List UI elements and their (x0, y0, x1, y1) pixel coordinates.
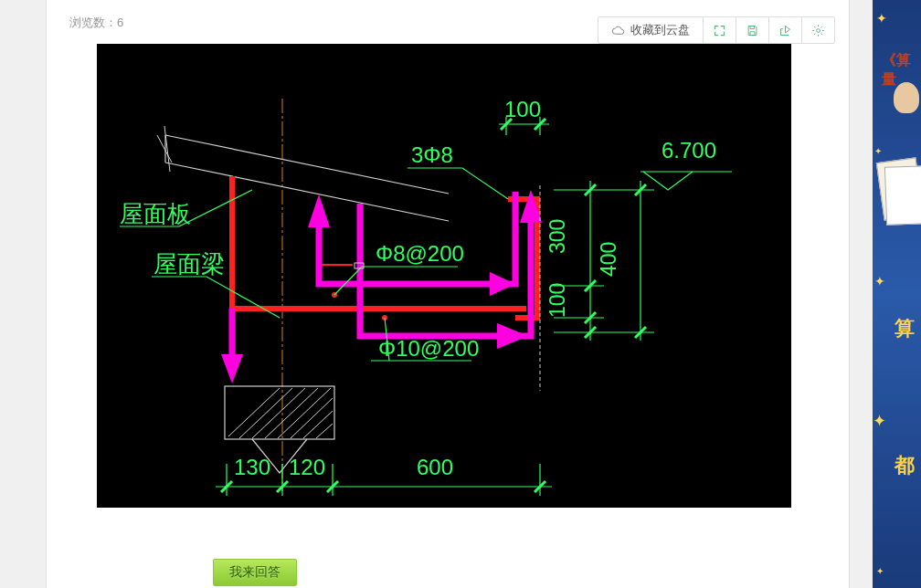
dim-400: 400 (597, 242, 620, 277)
svg-marker-14 (497, 323, 528, 349)
rebar2-label: Φ8@200 (376, 241, 464, 266)
svg-line-20 (265, 388, 318, 438)
svg-line-28 (206, 277, 280, 318)
star-icon: ✦ (873, 411, 886, 431)
svg-line-19 (252, 388, 305, 438)
svg-line-22 (291, 398, 333, 438)
image-toolbar: 收藏到云盘 (598, 16, 835, 44)
cad-drawing: 屋面板 屋面梁 3Φ8 Φ8@200 Φ10@200 (97, 44, 791, 508)
ad-book-image (884, 165, 921, 225)
svg-point-0 (817, 28, 820, 32)
share-button[interactable] (769, 17, 802, 43)
cloud-icon (611, 24, 625, 37)
answer-button-label: 我来回答 (229, 564, 281, 581)
side-ad-banner[interactable]: ✦ ✦ ✦ ✦ ✦ 《算量 算 都 (873, 0, 921, 588)
svg-line-24 (316, 424, 333, 438)
elevation-label: 6.700 (662, 138, 716, 163)
star-icon: ✦ (874, 146, 882, 156)
dim-600: 600 (417, 455, 453, 479)
fullscreen-button[interactable] (704, 17, 736, 43)
save-to-cloud-button[interactable]: 收藏到云盘 (598, 17, 704, 43)
dim-130: 130 (234, 455, 270, 479)
svg-marker-11 (308, 194, 330, 227)
ad-portrait (894, 82, 919, 113)
svg-marker-13 (221, 354, 243, 383)
svg-line-18 (239, 388, 292, 438)
view-label: 浏览数： (69, 16, 117, 29)
share-icon (778, 24, 792, 37)
star-icon: ✦ (876, 11, 887, 26)
star-icon: ✦ (874, 274, 885, 289)
roof-slab-label: 屋面板 (120, 200, 191, 227)
cad-svg: 屋面板 屋面梁 3Φ8 Φ8@200 Φ10@200 (97, 44, 791, 508)
dim-120: 120 (289, 455, 325, 479)
svg-line-30 (462, 168, 508, 199)
cloud-label: 收藏到云盘 (630, 22, 690, 38)
save-icon (746, 24, 759, 37)
svg-line-17 (228, 388, 280, 436)
rebar3-label: Φ10@200 (378, 336, 479, 361)
save-button[interactable] (736, 17, 769, 43)
gear-icon (811, 24, 825, 37)
view-count-label: 浏览数：6 (69, 15, 123, 31)
rebar1-label: 3Φ8 (411, 142, 453, 167)
svg-line-23 (303, 411, 333, 438)
roof-beam-label: 屋面梁 (154, 250, 225, 278)
answer-button[interactable]: 我来回答 (213, 559, 297, 586)
dim-300: 300 (545, 219, 569, 254)
expand-icon (713, 24, 726, 37)
svg-line-2 (165, 135, 449, 194)
dim-100-top: 100 (504, 97, 541, 121)
view-value: 6 (117, 16, 123, 29)
settings-button[interactable] (802, 17, 834, 43)
main-content-panel: 浏览数：6 收藏到云盘 (46, 0, 850, 588)
svg-line-6 (157, 135, 172, 163)
dim-100-mid: 100 (545, 283, 569, 318)
svg-line-21 (278, 388, 331, 438)
star-icon: ✦ (876, 566, 884, 576)
svg-marker-15 (490, 272, 515, 296)
